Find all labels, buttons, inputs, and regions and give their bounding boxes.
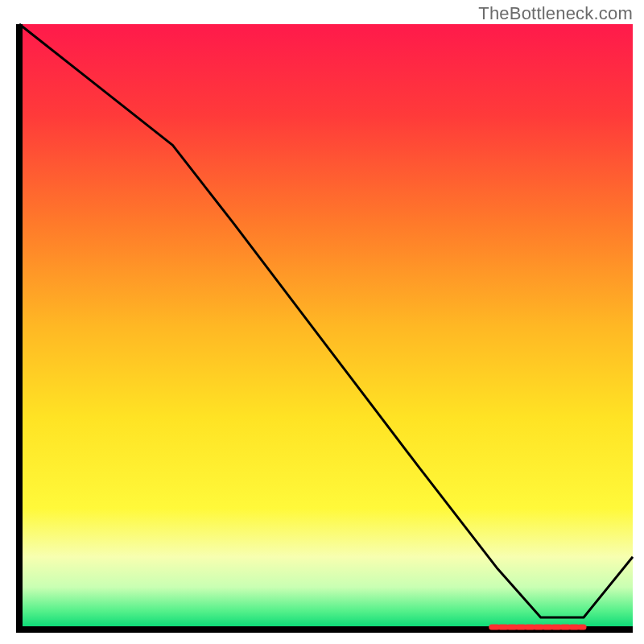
chart-canvas: TheBottleneck.com — [0, 0, 644, 644]
watermark-label: TheBottleneck.com — [478, 3, 633, 24]
bottleneck-chart — [0, 0, 644, 644]
plot-background — [19, 24, 633, 630]
